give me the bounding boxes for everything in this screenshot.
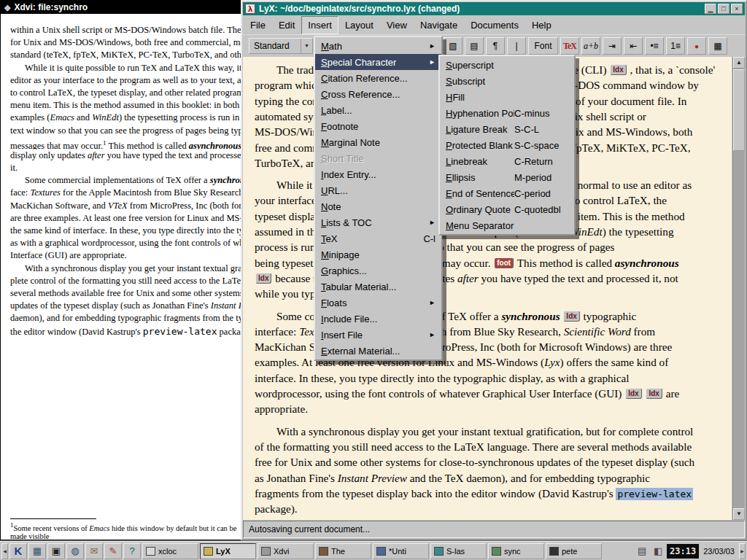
menu-documents[interactable]: Documents: [464, 16, 525, 34]
close-button[interactable]: ×: [731, 4, 743, 14]
taskbar-window-the[interactable]: The: [315, 543, 371, 559]
menu-item-graphics[interactable]: Graphics...: [315, 262, 441, 279]
hfill-button[interactable]: |: [507, 37, 526, 55]
vertical-scrollbar[interactable]: ▲ ▼: [732, 57, 745, 520]
help-icon[interactable]: ?: [123, 543, 141, 559]
xdvi-line: to control LaTeX, the typeset display, a…: [10, 87, 245, 99]
maximize-button[interactable]: □: [718, 4, 729, 14]
xdvi-page[interactable]: within a Unix shell script or MS-DOS/Win…: [1, 14, 245, 539]
menu-layout[interactable]: Layout: [338, 16, 380, 34]
xdvi-line: as with a graphical wordprocessor, using…: [10, 237, 245, 249]
xdvi-line: updates of the typeset display (such as …: [10, 300, 245, 312]
statusbar: Autosaving current document...: [243, 521, 745, 538]
panel-hide-right-button[interactable]: ▶: [739, 543, 746, 559]
scroll-up-button[interactable]: ▲: [733, 57, 745, 69]
taskbar-window-unti[interactable]: *Unti: [373, 543, 429, 559]
taskbar-window-pete[interactable]: pete: [546, 543, 602, 559]
menu-item-hfill[interactable]: HFill: [440, 89, 574, 105]
kmail-icon[interactable]: ✉: [85, 543, 103, 559]
idx-inset[interactable]: Idx: [646, 388, 662, 399]
menu-item-external-material[interactable]: External Material...: [315, 343, 441, 359]
combo-arrow-icon[interactable]: ▼: [301, 39, 312, 53]
minimize-button[interactable]: ▁: [705, 4, 716, 14]
menu-item-url[interactable]: URL...: [315, 182, 441, 198]
menu-item-index-entry[interactable]: Index Entry...: [315, 166, 441, 182]
menu-item-end-of-sentence[interactable]: End of SentenceC-period: [440, 185, 574, 201]
panel-hide-left-button[interactable]: ◀: [1, 543, 8, 559]
menu-item-cross-reference[interactable]: Cross Reference...: [315, 86, 441, 102]
idx-inset[interactable]: Idx: [255, 273, 271, 284]
footnote-rule: [10, 518, 96, 519]
clock-date[interactable]: 23/03/03: [700, 547, 738, 556]
menu-item-protected-blank[interactable]: Protected BlankS-C-space: [440, 137, 574, 153]
document-line: interface. In these, you type directly i…: [255, 370, 630, 386]
menu-item-label[interactable]: Label...: [315, 102, 441, 118]
depth-plus-button[interactable]: ⇥: [603, 37, 622, 55]
menu-file[interactable]: File: [244, 16, 272, 34]
insert-figure-button[interactable]: ▧: [444, 37, 462, 55]
menu-insert[interactable]: Insert: [301, 16, 338, 34]
layout-combo[interactable]: Standard ▼: [249, 38, 313, 54]
enumerate-button[interactable]: 1≡: [666, 37, 685, 55]
menu-item-tex[interactable]: TeXC-l: [315, 230, 441, 246]
menu-item-hyphenation-point[interactable]: Hyphenation PointC-minus: [440, 105, 574, 121]
scroll-down-button[interactable]: ▼: [733, 508, 745, 520]
scrollbar-thumb[interactable]: [733, 69, 745, 151]
idx-inset[interactable]: Idx: [563, 311, 579, 322]
taskbar-window-s-las[interactable]: S-las: [430, 543, 487, 559]
xdvi-line: for Unix and MS-DOS/Windows, both free a…: [10, 36, 245, 49]
menu-navigate[interactable]: Navigate: [414, 16, 464, 34]
menu-help[interactable]: Help: [525, 16, 558, 34]
menu-item-math[interactable]: Math►: [315, 38, 441, 54]
tabular-button[interactable]: ▦: [708, 37, 727, 55]
taskbar-window-xcloc[interactable]: xcloc: [142, 543, 198, 559]
menu-item-special-character[interactable]: Special Character►: [315, 54, 441, 70]
menu-item-linebreak[interactable]: LinebreakC-Return: [440, 153, 574, 169]
menu-item-floats[interactable]: Floats►: [315, 295, 441, 311]
menu-item-note[interactable]: Note: [315, 198, 441, 214]
idx-inset[interactable]: Idx: [625, 388, 641, 399]
lyx-titlebar[interactable]: λ LyX: ~/doc/beginlatex/src/synchro.lyx …: [243, 2, 745, 15]
insert-table-button[interactable]: ▤: [465, 37, 484, 55]
kmenu-button[interactable]: K: [9, 543, 27, 559]
menu-item-include-file[interactable]: Include File...: [315, 311, 441, 327]
menu-view[interactable]: View: [380, 16, 414, 34]
menu-item-superscript[interactable]: Superscript: [440, 57, 574, 73]
menu-item-ordinary-quote[interactable]: Ordinary QuoteC-quotedbl: [440, 201, 574, 217]
font-dialog-button[interactable]: Font: [528, 37, 558, 55]
menu-item-insert-file[interactable]: Insert File►: [315, 327, 441, 343]
taskbar-window-xdvi[interactable]: Xdvi: [258, 543, 314, 559]
show-desktop-icon[interactable]: ▦: [28, 543, 46, 559]
ter minal-icon[interactable]: ▣: [47, 543, 65, 559]
xdvi-titlebar[interactable]: ◆ Xdvi: file:synchro: [1, 1, 245, 14]
depth-minus-button[interactable]: ⇤: [624, 37, 643, 55]
menu-edit[interactable]: Edit: [272, 16, 301, 34]
menu-item-menu-separator[interactable]: Menu Separator: [440, 217, 574, 233]
menu-item-marginal-note[interactable]: Marginal Note: [315, 134, 441, 150]
klipper-icon[interactable]: ▤: [635, 544, 649, 559]
editor-icon[interactable]: ✎: [104, 543, 122, 559]
menu-item-citation-reference[interactable]: Citation Reference...: [315, 70, 441, 86]
tex-mode-button[interactable]: TeX: [560, 37, 579, 55]
foot-inset[interactable]: foot: [494, 257, 514, 268]
konqueror-icon[interactable]: ◍: [66, 543, 84, 559]
digital-clock[interactable]: 23:13: [667, 544, 699, 559]
taskbar-window-sync[interactable]: sync: [488, 543, 544, 559]
xdvi-line: the same kind of interface. In these, yo…: [10, 225, 245, 237]
menu-item-ellipsis[interactable]: EllipsisM-period: [440, 169, 574, 185]
marginpar-button[interactable]: ¶: [486, 37, 505, 55]
scheduler-icon[interactable]: ◧: [651, 544, 665, 559]
menu-item-lists-toc[interactable]: Lists & TOC►: [315, 214, 441, 230]
menu-item-minipage[interactable]: Minipage: [315, 246, 441, 262]
menu-item-tabular-material[interactable]: Tabular Material...: [315, 279, 441, 295]
toolbar-icon-group: ▧▤¶|FontTeXa+b⇥⇤•≡1≡●▦: [444, 37, 727, 55]
taskbar-window-lyx[interactable]: LyX: [200, 543, 256, 559]
idx-inset[interactable]: Idx: [610, 64, 626, 75]
menu-item-footnote[interactable]: Footnote: [315, 118, 441, 134]
math-mode-button[interactable]: a+b: [581, 37, 600, 55]
note-button[interactable]: ●: [687, 37, 706, 55]
menu-item-subscript[interactable]: Subscript: [440, 73, 574, 89]
shortcut-label: S-C-L: [514, 124, 568, 135]
menu-item-ligature-break[interactable]: Ligature BreakS-C-L: [440, 121, 574, 137]
itemize-button[interactable]: •≡: [645, 37, 664, 55]
